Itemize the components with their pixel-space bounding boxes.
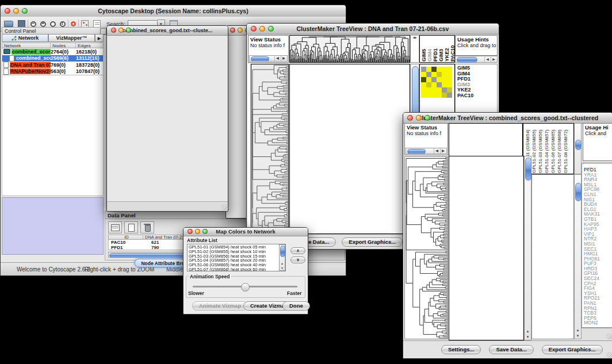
submatrix-cell[interactable] (426, 93, 431, 98)
close-button[interactable] (111, 28, 116, 33)
zoomed-heatmap[interactable] (533, 177, 569, 327)
submatrix-cell[interactable] (421, 72, 426, 77)
animation-speed-slider-thumb[interactable] (241, 283, 250, 292)
gene-list-item[interactable]: PAC10 (456, 93, 497, 99)
tab-vizmapper[interactable]: VizMapper™ (48, 34, 95, 42)
animate-vizmap-button[interactable]: Animate Vizmap (192, 301, 248, 311)
minimize-button[interactable] (195, 229, 200, 234)
close-button[interactable] (407, 115, 413, 121)
scroll-right-icon[interactable]: ▶ (281, 56, 286, 61)
zoom-out-icon[interactable]: − (30, 21, 36, 27)
submatrix-cell[interactable] (442, 93, 447, 98)
resize-grip[interactable] (606, 352, 612, 358)
minimize-button[interactable] (259, 26, 265, 32)
done-button[interactable]: Done (282, 301, 310, 311)
tab-overflow-button[interactable]: ▶ (95, 34, 104, 42)
submatrix-cell[interactable] (421, 67, 426, 72)
submatrix-cell[interactable] (426, 67, 431, 72)
submatrix-cell[interactable] (431, 72, 437, 77)
scroll-up-icon[interactable]: ▲ (280, 262, 285, 265)
zoom-button[interactable] (268, 26, 274, 32)
scroll-down-icon[interactable]: ▼ (525, 335, 531, 339)
genelist-vscrollbar[interactable]: ▲ ▼ (574, 174, 582, 339)
close-button[interactable] (251, 26, 257, 32)
new-attribute-icon[interactable] (124, 221, 138, 233)
network-list-row[interactable]: combined_sco2569(6)13112(15) (2, 55, 103, 62)
minimize-button[interactable] (13, 8, 19, 14)
minimize-button[interactable] (118, 28, 124, 33)
submatrix-cell[interactable] (421, 93, 426, 98)
scroll-up-icon[interactable]: ▲ (575, 328, 581, 332)
attribute-list-scrollbar[interactable]: ▲ ▼ (279, 244, 285, 271)
network-overview-thumbnail[interactable] (2, 198, 103, 254)
resize-grip[interactable] (606, 334, 612, 339)
submatrix-cell[interactable] (447, 77, 452, 82)
main-titlebar[interactable]: Cytoscape Desktop (Session Name: collins… (1, 5, 346, 17)
submatrix-cell[interactable] (426, 77, 431, 82)
treeview-dna-titlebar[interactable]: ClusterMaker TreeView : DNA and Tran 07-… (247, 24, 499, 35)
attribute-item[interactable]: GPL51-07 (GSM868) heat shock 60 min (189, 267, 284, 271)
attribute-item[interactable]: GPL51-06 (GSM865) heat shock 40 min (189, 263, 284, 267)
submatrix-cell[interactable] (437, 67, 442, 72)
labels-vscrollbar[interactable] (574, 123, 582, 174)
submatrix-cell[interactable] (431, 93, 437, 98)
scroll-right-icon[interactable]: ▶ (440, 148, 446, 154)
submatrix-cell[interactable] (437, 93, 442, 98)
correlation-submatrix[interactable] (421, 67, 452, 98)
submatrix-cell[interactable] (437, 77, 442, 82)
scroll-left-icon[interactable]: ◀ (434, 148, 439, 154)
submatrix-cell[interactable] (426, 87, 431, 93)
submatrix-cell[interactable] (426, 82, 431, 87)
col-network[interactable]: Network (2, 43, 51, 48)
array-scroll-gutter[interactable]: ◀▶ (410, 35, 419, 63)
submatrix-cell[interactable] (421, 82, 426, 87)
button-export-graphics[interactable]: Export Graphics... (342, 237, 403, 247)
submatrix-cell[interactable] (437, 87, 442, 93)
attribute-item[interactable]: GPL51-04 (GSM857) heat shock 20 min (189, 258, 284, 263)
button-export-graphics[interactable]: Export Graphics... (542, 345, 603, 354)
zoom-in-icon[interactable]: + (40, 21, 46, 27)
close-button[interactable] (188, 229, 193, 234)
col-nodes[interactable]: Nodes (51, 43, 76, 48)
submatrix-cell[interactable] (447, 82, 452, 87)
submatrix-cell[interactable] (431, 67, 437, 72)
gene-dendrogram[interactable] (251, 64, 288, 233)
minimize-button[interactable] (416, 115, 422, 121)
close-button[interactable] (230, 28, 235, 33)
treeview-combined-titlebar[interactable]: ClusterMaker TreeView : combined_scores_… (403, 113, 612, 124)
zoom-fit-icon[interactable]: 1 (60, 21, 66, 27)
gene-dendrogram[interactable] (405, 157, 447, 339)
submatrix-cell[interactable] (447, 72, 452, 77)
delete-attribute-icon[interactable] (140, 221, 154, 233)
view-status-scrollbar[interactable]: ◀▶ (249, 55, 288, 62)
move-up-button[interactable]: ∧ (290, 247, 305, 254)
zoom-button[interactable] (126, 28, 131, 33)
attribute-item[interactable]: GPL51-03 (GSM856) heat shock 15 min (189, 254, 284, 259)
network-list-row[interactable]: combined_scores2764(0)16218(0) (2, 48, 103, 55)
array-dendrogram[interactable] (290, 36, 410, 62)
scroll-left-icon[interactable]: ◀ (274, 56, 280, 61)
expression-heatmap[interactable] (290, 64, 410, 233)
open-icon[interactable] (4, 21, 13, 27)
submatrix-cell[interactable] (442, 87, 447, 93)
move-down-button[interactable]: ∨ (290, 256, 305, 263)
button-save-data[interactable]: Save Data... (489, 345, 533, 354)
help-icon[interactable] (71, 21, 76, 26)
resize-grip[interactable] (221, 205, 227, 210)
submatrix-cell[interactable] (437, 72, 442, 77)
submatrix-cell[interactable] (442, 77, 447, 82)
scroll-left-icon[interactable]: ◀ (484, 57, 490, 62)
submatrix-cell[interactable] (431, 87, 437, 93)
network-canvas[interactable] (108, 36, 226, 201)
tab-network[interactable]: Network (2, 34, 48, 42)
zoom-selected-icon[interactable] (50, 21, 56, 27)
col-edges[interactable]: Edges (76, 43, 103, 48)
submatrix-cell[interactable] (431, 77, 437, 82)
minimize-button[interactable] (238, 28, 243, 33)
zoom-button[interactable] (424, 115, 430, 121)
data-col-id[interactable]: ID (109, 235, 143, 239)
zoom-button[interactable] (22, 8, 28, 14)
dialog-titlebar[interactable]: Map Colors to Network (183, 228, 308, 236)
selection-strip[interactable] (248, 64, 250, 234)
button-settings[interactable]: Settings... (441, 345, 481, 354)
